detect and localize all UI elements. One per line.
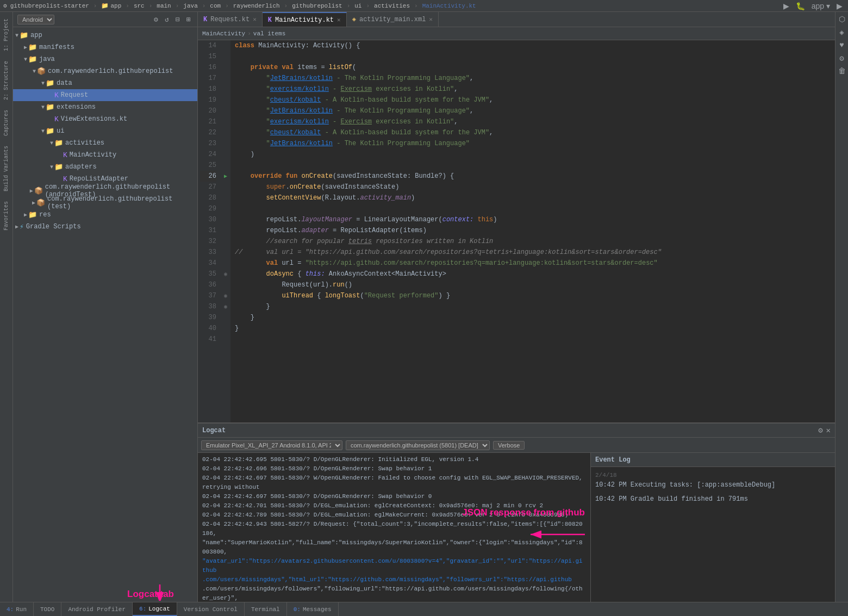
expand-arrow: ▶	[32, 200, 35, 206]
bottom-tab-android-profiler[interactable]: Android Profiler	[61, 602, 133, 616]
kotlin-icon: K	[268, 16, 272, 24]
close-icon[interactable]: ✕	[253, 16, 257, 23]
tree-item-gradle-scripts[interactable]: ▶ ⚡ Gradle Scripts	[13, 221, 197, 233]
bottom-tab-run[interactable]: 4: Run	[0, 602, 34, 616]
expand-arrow: ▼	[15, 33, 18, 39]
bottom-tab-todo[interactable]: TODO	[34, 602, 61, 616]
folder-icon: 📁	[46, 79, 54, 88]
tree-item-package-main[interactable]: ▼ 📦 com.raywenderlich.githubrepolist	[13, 65, 197, 77]
run-gutter-icon-26[interactable]: ▶	[221, 171, 230, 182]
sync-icon[interactable]: ↺	[163, 15, 171, 24]
tree-item-res[interactable]: ▶ 📁 res	[13, 209, 197, 221]
verbose-button[interactable]: Verbose	[493, 441, 525, 450]
bottom-tab-logcat[interactable]: 6: Logcat Logcat tab	[133, 602, 177, 616]
logcat-content[interactable]: 02-04 22:42:42.695 5801-5830/? D/OpenGLR…	[198, 453, 590, 602]
tree-item-java[interactable]: ▼ 📁 java	[13, 53, 197, 65]
code-line-41	[235, 334, 831, 345]
device-select[interactable]: Emulator Pixel_XL_API_27 Android 8.1.0, …	[201, 440, 342, 450]
gradle-icon: ⚡	[20, 222, 24, 231]
line-num-41: 41	[200, 334, 216, 345]
bottom-tab-messages[interactable]: 0: Messages	[287, 602, 339, 616]
top-bar-item-4[interactable]: java	[183, 3, 197, 9]
debug-button[interactable]: 🐛	[794, 1, 807, 11]
tab-request[interactable]: K Request.kt ✕	[198, 12, 263, 27]
file-explorer-panel: Android Project ⚙ ↺ ⊟ ⊞ ▼ 📁 app ▶ �	[13, 12, 198, 602]
top-bar-item-9[interactable]: activities	[374, 3, 410, 9]
top-bar-item-8[interactable]: ui	[354, 3, 361, 9]
collapse-icon[interactable]: ⊟	[173, 15, 182, 24]
android-view-dropdown[interactable]: Android Project	[17, 15, 54, 24]
code-line-16: private val items = listOf(	[235, 62, 831, 73]
tree-item-request[interactable]: ▶ K Request	[13, 89, 197, 101]
bottom-tab-version-control[interactable]: Version Control	[177, 602, 245, 616]
close-panel-icon[interactable]: ✕	[826, 426, 831, 435]
top-bar-item-6[interactable]: raywenderlich	[233, 3, 280, 9]
close-icon[interactable]: ✕	[337, 16, 341, 23]
tree-item-viewextensions[interactable]: ▶ K ViewExtensions.kt	[13, 113, 197, 125]
tree-item-data[interactable]: ▼ 📁 data	[13, 77, 197, 89]
tree-item-manifests[interactable]: ▶ 📁 manifests	[13, 41, 197, 53]
tree-item-ui[interactable]: ▼ 📁 ui	[13, 125, 197, 137]
strip-tab-build-variants[interactable]: Build Variants	[2, 141, 11, 196]
log-line-6: 02-04 22:42:42.943 5801-5827/? D/Request…	[202, 520, 586, 538]
package-icon: 📦	[37, 67, 46, 76]
bottom-panel: Logcat ⚙ ✕ Emulator Pixel_XL_API_27 Andr…	[198, 422, 835, 602]
tree-item-package-test[interactable]: ▶ 📦 com.raywenderlich.githubrepolist (te…	[13, 197, 197, 209]
top-bar-item-10[interactable]: MainActivity.kt	[422, 3, 476, 9]
folder-icon: 📁	[28, 55, 37, 64]
gutter-21	[221, 116, 230, 127]
tree-item-mainactivity[interactable]: ▶ K MainActivity	[13, 149, 197, 161]
app-dropdown[interactable]: app ▾	[809, 1, 832, 11]
tree-item-activities[interactable]: ▼ 📁 activities	[13, 137, 197, 149]
bottom-tab-terminal[interactable]: Terminal	[245, 602, 287, 616]
right-strip-icon-1[interactable]: ⬡	[837, 14, 847, 24]
tree-item-adapters[interactable]: ▼ 📁 adapters	[13, 161, 197, 173]
folder-icon: 📁	[46, 127, 54, 135]
gutter-20	[221, 105, 230, 116]
expand-arrow: ▼	[41, 104, 45, 110]
log-line-7: "name":"SuperMarioKotlin","full_name":"m…	[202, 538, 586, 557]
gutter-39	[221, 312, 230, 323]
settings-icon[interactable]: ⚙	[818, 426, 822, 435]
top-bar-item-5[interactable]: com	[210, 3, 221, 9]
gutter-14	[221, 40, 230, 51]
file-tree: ▼ 📁 app ▶ 📁 manifests ▼ 📁 java ▼	[13, 27, 197, 602]
strip-tab-favorites[interactable]: Favorites	[2, 197, 11, 235]
code-area[interactable]: class MainActivity: Activity() { private…	[230, 40, 835, 422]
top-bar-item-7[interactable]: githubrepolist	[292, 3, 342, 9]
tree-item-extensions[interactable]: ▼ 📁 extensions	[13, 101, 197, 113]
breadcrumb-mainactivity[interactable]: MainActivity	[202, 30, 245, 37]
gutter-38: ◉	[221, 301, 230, 312]
log-line-3: 02-04 22:42:42.697 5801-5830/? D/OpenGLR…	[202, 492, 586, 501]
log-line-5: 02-04 22:42:42.789 5801-5830/? D/EGL_emu…	[202, 511, 586, 520]
top-bar-item-1[interactable]: 📁 app	[101, 2, 121, 9]
tree-item-app[interactable]: ▼ 📁 app	[13, 29, 197, 41]
logcat-title: Logcat	[202, 427, 226, 434]
gear-icon[interactable]: ⚙	[152, 15, 160, 24]
top-bar-item-3[interactable]: main	[157, 3, 171, 9]
top-bar-item-0[interactable]: githubrepolist-starter	[10, 3, 89, 9]
logcat-header: Logcat ⚙ ✕	[198, 424, 835, 438]
main-container: 1: Project 2: Structure Captures Build V…	[0, 12, 848, 602]
device-dropdown[interactable]: ▶	[834, 1, 845, 11]
right-strip-icon-4[interactable]: ⚙	[837, 53, 847, 63]
expand-icon[interactable]: ⊞	[184, 15, 193, 24]
tab-mainactivity[interactable]: K MainActivity.kt ✕	[263, 12, 347, 27]
top-bar-item-2[interactable]: src	[134, 3, 145, 9]
line-num-29: 29	[200, 203, 216, 214]
close-icon[interactable]: ✕	[429, 16, 433, 23]
strip-tab-captures[interactable]: Captures	[2, 105, 11, 140]
tab-activity-main-xml[interactable]: ◈ activity_main.xml ✕	[347, 12, 439, 27]
kotlin-file-icon: K	[63, 175, 67, 183]
folder-icon: 📁	[101, 2, 109, 9]
right-strip-icon-5[interactable]: 🗑	[837, 66, 847, 76]
right-strip-icon-2[interactable]: ◈	[837, 27, 847, 37]
strip-tab-structure[interactable]: 2: Structure	[2, 57, 11, 104]
run-button[interactable]: ▶	[781, 1, 791, 11]
strip-tab-project[interactable]: 1: Project	[2, 14, 11, 55]
right-strip-icon-3[interactable]: ♥	[837, 40, 847, 50]
event-entry-0: 2/4/18 10:42 PM Executing tasks: [:app:a…	[595, 470, 831, 490]
line-num-25: 25	[200, 160, 216, 171]
breadcrumb-val-items[interactable]: val items	[253, 30, 285, 37]
process-select[interactable]: com.raywenderlich.githubrepolist (5801) …	[346, 440, 490, 450]
